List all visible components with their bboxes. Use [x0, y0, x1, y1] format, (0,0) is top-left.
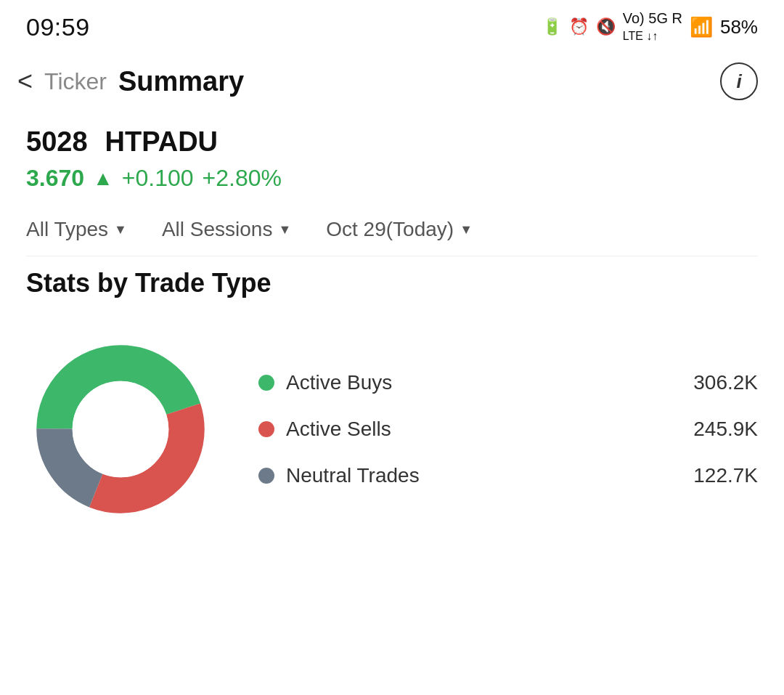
- active-sells-value: 245.9K: [693, 418, 758, 441]
- price-percent: +2.80%: [203, 165, 282, 192]
- all-types-filter[interactable]: All Types ▼: [26, 218, 127, 241]
- alarm-icon: ⏰: [569, 17, 589, 36]
- stock-price: 3.670: [26, 165, 84, 192]
- date-chevron: ▼: [460, 222, 473, 237]
- battery-icon: 🔋: [542, 17, 562, 36]
- date-label: Oct 29(Today): [326, 218, 454, 241]
- neutral-trades-left: Neutral Trades: [258, 464, 420, 487]
- battery-percent: 58%: [720, 16, 758, 38]
- stock-code: 5028: [26, 126, 88, 158]
- stock-header: 5028 HTPADU: [26, 126, 758, 158]
- filter-row: All Types ▼ All Sessions ▼ Oct 29(Today)…: [0, 198, 784, 256]
- all-types-chevron: ▼: [114, 222, 127, 237]
- ticker-label: Ticker: [44, 68, 107, 95]
- info-button[interactable]: i: [720, 62, 758, 100]
- date-filter[interactable]: Oct 29(Today) ▼: [326, 218, 473, 241]
- active-buys-value: 306.2K: [693, 371, 758, 394]
- mute-icon: 🔇: [596, 17, 616, 36]
- signal-bars: 📶: [690, 16, 713, 38]
- nav-header: < Ticker Summary i: [0, 51, 784, 112]
- status-bar: 09:59 🔋 ⏰ 🔇 Vo) 5G RLTE ↓↑ 📶 58%: [0, 0, 784, 51]
- donut-chart: [26, 335, 215, 524]
- active-sells-label: Active Sells: [286, 418, 391, 441]
- price-arrow-icon: ▲: [93, 167, 113, 190]
- chart-area: Active Buys 306.2K Active Sells 245.9K N…: [0, 320, 784, 553]
- all-types-label: All Types: [26, 218, 108, 241]
- svg-point-4: [73, 381, 169, 478]
- active-sells-legend: Active Sells 245.9K: [258, 418, 758, 441]
- all-sessions-filter[interactable]: All Sessions ▼: [162, 218, 291, 241]
- price-change: +0.100: [122, 165, 194, 192]
- chart-legend: Active Buys 306.2K Active Sells 245.9K N…: [244, 371, 758, 487]
- nav-left: < Ticker Summary: [17, 66, 244, 97]
- back-button[interactable]: <: [17, 66, 33, 97]
- all-sessions-chevron: ▼: [278, 222, 291, 237]
- donut-svg: [26, 335, 215, 524]
- stock-info: 5028 HTPADU 3.670 ▲ +0.100 +2.80%: [0, 112, 784, 198]
- stock-name: HTPADU: [105, 126, 219, 158]
- active-buys-left: Active Buys: [258, 371, 392, 394]
- active-buys-legend: Active Buys 306.2K: [258, 371, 758, 394]
- section-title: Stats by Trade Type: [0, 256, 784, 320]
- page-title: Summary: [118, 66, 244, 97]
- signal-text: Vo) 5G RLTE ↓↑: [623, 10, 682, 44]
- active-sells-dot: [258, 421, 274, 437]
- active-buys-label: Active Buys: [286, 371, 392, 394]
- status-time: 09:59: [26, 13, 90, 41]
- all-sessions-label: All Sessions: [162, 218, 273, 241]
- neutral-trades-legend: Neutral Trades 122.7K: [258, 464, 758, 487]
- neutral-trades-dot: [258, 468, 274, 484]
- status-icons: 🔋 ⏰ 🔇 Vo) 5G RLTE ↓↑ 📶 58%: [542, 10, 758, 44]
- neutral-trades-label: Neutral Trades: [286, 464, 420, 487]
- stock-price-row: 3.670 ▲ +0.100 +2.80%: [26, 165, 758, 192]
- neutral-trades-value: 122.7K: [693, 464, 758, 487]
- active-sells-left: Active Sells: [258, 418, 391, 441]
- active-buys-dot: [258, 375, 274, 391]
